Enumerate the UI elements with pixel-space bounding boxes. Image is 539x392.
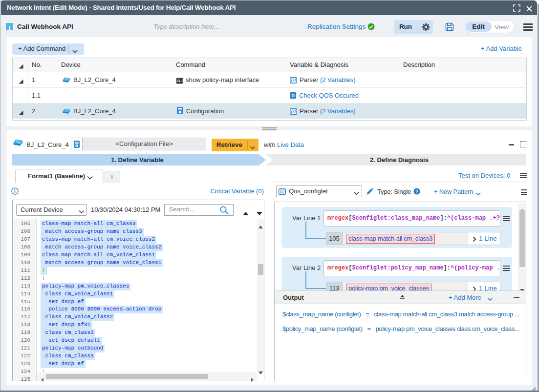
- svg-text:(x): (x): [280, 189, 285, 194]
- svg-text:(x): (x): [291, 109, 296, 114]
- svg-text:D: D: [291, 93, 295, 98]
- svg-text:?: ?: [415, 189, 418, 194]
- svg-text:(x): (x): [291, 78, 296, 83]
- svg-text:CLI: CLI: [176, 79, 182, 83]
